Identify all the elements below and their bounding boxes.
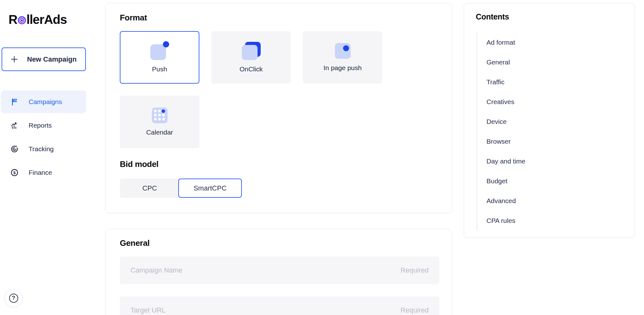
bid-model-switch: CPC SmartCPC	[120, 179, 242, 198]
onclick-format-icon	[242, 42, 261, 60]
target-icon	[10, 145, 19, 153]
left-sidebar: R llerAds New Campaign	[0, 0, 105, 315]
contents-item-traffic[interactable]: Traffic	[486, 72, 525, 92]
sidebar-item-finance[interactable]: $ Finance	[1, 161, 86, 184]
push-format-icon	[150, 42, 169, 60]
contents-item-cpa-rules[interactable]: CPA rules	[486, 211, 525, 230]
new-campaign-button[interactable]: New Campaign	[2, 47, 86, 71]
format-option-label: Push	[152, 65, 167, 73]
contents-item-ad-format[interactable]: Ad format	[486, 32, 525, 52]
campaign-name-field-wrapper: Required	[120, 257, 439, 284]
required-badge: Required	[401, 306, 429, 314]
target-url-field-wrapper: Required	[120, 296, 439, 315]
format-option-push[interactable]: Push	[120, 31, 199, 84]
contents-item-creatives[interactable]: Creatives	[486, 92, 525, 112]
contents-item-day-and-time[interactable]: Day and time	[486, 151, 525, 171]
bid-model-option-smartcpc[interactable]: SmartCPC	[178, 179, 242, 198]
sidebar-item-label: Reports	[29, 122, 52, 129]
contents-item-budget[interactable]: Budget	[486, 171, 525, 191]
sidebar-item-campaigns[interactable]: Campaigns	[1, 91, 86, 113]
contents-item-device[interactable]: Device	[486, 112, 525, 131]
flag-icon	[10, 98, 19, 106]
sidebar-item-label: Finance	[29, 169, 52, 176]
contents-item-advanced[interactable]: Advanced	[486, 191, 525, 211]
bid-model-option-label: SmartCPC	[193, 184, 226, 192]
contents-list: Ad format General Traffic Creatives Devi…	[477, 32, 525, 230]
bid-model-option-cpc[interactable]: CPC	[120, 179, 180, 198]
svg-text:$: $	[13, 170, 16, 175]
bid-model-title: Bid model	[120, 159, 158, 169]
plus-icon	[10, 55, 19, 64]
contents-item-general[interactable]: General	[486, 52, 525, 72]
logo-text-before: R	[8, 13, 17, 27]
required-badge: Required	[401, 266, 429, 274]
in-page-push-format-icon	[335, 43, 351, 59]
format-option-label: In page push	[324, 64, 362, 72]
calendar-format-icon	[152, 108, 168, 123]
general-panel: General Required Required	[105, 229, 452, 315]
format-panel: Format Push OnClick In page push	[105, 3, 452, 213]
format-option-label: OnClick	[240, 65, 263, 73]
general-title: General	[120, 238, 150, 248]
dollar-icon: $	[10, 169, 19, 177]
bid-model-option-label: CPC	[142, 184, 157, 192]
new-campaign-label: New Campaign	[27, 55, 77, 64]
sidebar-menu: Campaigns Reports Trackin	[1, 91, 86, 185]
logo-text-after: llerAds	[26, 13, 67, 27]
brand-logo[interactable]: R llerAds	[8, 13, 67, 27]
sidebar-item-label: Tracking	[29, 145, 54, 153]
format-option-onclick[interactable]: OnClick	[211, 31, 291, 84]
campaign-name-input[interactable]	[130, 266, 401, 274]
sidebar-item-tracking[interactable]: Tracking	[1, 138, 86, 160]
help-icon: ?	[9, 294, 18, 303]
target-url-input[interactable]	[130, 306, 401, 314]
format-title: Format	[120, 13, 147, 23]
target-logo-icon	[18, 16, 26, 25]
sidebar-item-label: Campaigns	[29, 98, 62, 106]
contents-title: Contents	[476, 12, 509, 21]
bar-chart-icon	[10, 121, 19, 130]
sidebar-item-reports[interactable]: Reports	[1, 114, 86, 137]
help-button[interactable]: ?	[5, 289, 22, 307]
format-options: Push OnClick In page push Calendar	[120, 31, 382, 148]
format-option-label: Calendar	[146, 129, 173, 136]
contents-panel: Contents Ad format General Traffic Creat…	[464, 3, 635, 237]
contents-item-browser[interactable]: Browser	[486, 131, 525, 151]
format-option-calendar[interactable]: Calendar	[120, 96, 199, 148]
format-option-in-page-push[interactable]: In page push	[303, 31, 382, 84]
